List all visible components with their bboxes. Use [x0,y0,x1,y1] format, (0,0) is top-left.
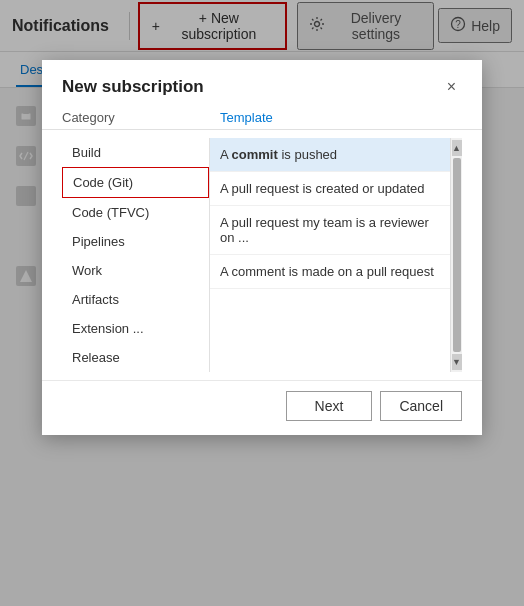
modal-body: Build Code (Git) Code (TFVC) Pipelines W… [42,130,482,380]
template-pr-comment[interactable]: A comment is made on a pull request [210,255,450,289]
categories-list: Build Code (Git) Code (TFVC) Pipelines W… [62,138,210,372]
template-commit-pushed[interactable]: A commit is pushed [210,138,450,172]
category-release[interactable]: Release [62,343,209,372]
modal-header: New subscription × [42,60,482,106]
next-button[interactable]: Next [286,391,373,421]
category-code-git[interactable]: Code (Git) [62,167,209,198]
highlight-commit: commit [232,147,278,162]
modal-dialog: New subscription × Category Template Bui… [42,60,482,435]
modal-overlay: New subscription × Category Template Bui… [0,0,524,606]
category-column-header: Category [62,110,212,125]
category-build[interactable]: Build [62,138,209,167]
category-extension[interactable]: Extension ... [62,314,209,343]
template-pr-reviewer[interactable]: A pull request my team is a reviewer on … [210,206,450,255]
scrollbar-down-button[interactable]: ▼ [452,354,462,370]
category-work[interactable]: Work [62,256,209,285]
modal-title: New subscription [62,77,204,97]
scrollbar-up-button[interactable]: ▲ [452,140,462,156]
modal-close-button[interactable]: × [441,76,462,98]
column-headers: Category Template [42,106,482,130]
category-artifacts[interactable]: Artifacts [62,285,209,314]
scrollbar-thumb[interactable] [453,158,461,352]
scroll-area: A commit is pushed A pull request is cre… [210,138,462,372]
template-pr-created[interactable]: A pull request is created or updated [210,172,450,206]
scrollbar[interactable]: ▲ ▼ [450,138,462,372]
category-pipelines[interactable]: Pipelines [62,227,209,256]
modal-footer: Next Cancel [42,380,482,435]
cancel-button[interactable]: Cancel [380,391,462,421]
template-column-header: Template [212,110,462,125]
category-code-tfvc[interactable]: Code (TFVC) [62,198,209,227]
templates-list: A commit is pushed A pull request is cre… [210,138,450,372]
